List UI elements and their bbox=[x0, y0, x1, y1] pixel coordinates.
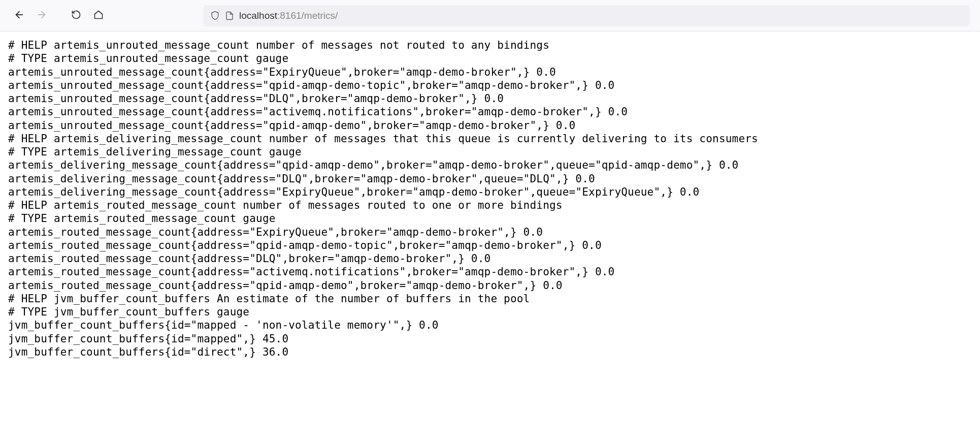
arrow-left-icon bbox=[14, 9, 25, 22]
shield-icon bbox=[210, 11, 220, 20]
home-icon bbox=[93, 10, 104, 21]
document-icon bbox=[225, 11, 234, 20]
home-button[interactable] bbox=[89, 7, 108, 25]
url-port: :8161 bbox=[277, 10, 302, 21]
back-button[interactable] bbox=[10, 7, 28, 25]
browser-toolbar: localhost:8161/metrics/ bbox=[0, 0, 980, 31]
reload-button[interactable] bbox=[67, 7, 85, 25]
url-path: /metrics/ bbox=[302, 10, 338, 21]
reload-icon bbox=[71, 10, 81, 21]
arrow-right-icon bbox=[36, 9, 47, 22]
forward-button[interactable] bbox=[32, 7, 51, 25]
address-text: localhost:8161/metrics/ bbox=[239, 10, 963, 21]
address-bar[interactable]: localhost:8161/metrics/ bbox=[203, 5, 970, 26]
metrics-text: # HELP artemis_unrouted_message_count nu… bbox=[0, 31, 980, 366]
url-host: localhost bbox=[239, 10, 277, 21]
